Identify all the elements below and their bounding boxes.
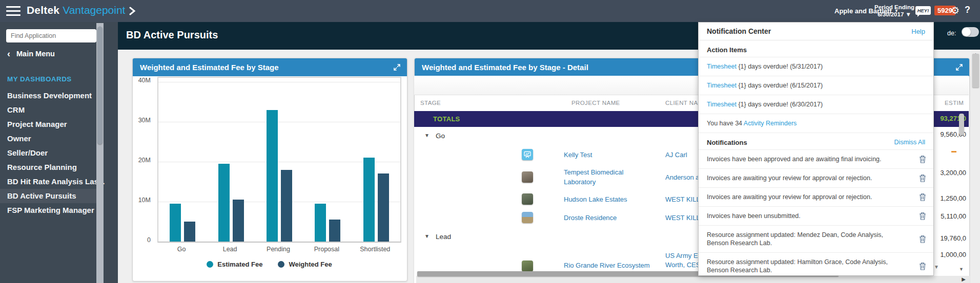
period-label: Period Ending <box>874 4 915 11</box>
main-menu-back-button[interactable]: ‹Main Menu <box>7 49 55 59</box>
dismiss-all-link[interactable]: Dismiss All <box>894 139 925 146</box>
sidebar-item-seller-doer[interactable]: Seller/Doer <box>0 146 104 160</box>
estimated-fee-swatch <box>207 261 213 268</box>
sidebar-item-owner[interactable]: Owner <box>0 132 104 146</box>
timesheet-link[interactable]: Timesheet <box>707 82 737 89</box>
legend-estimated-fee[interactable]: Estimated Fee <box>207 260 262 268</box>
period-ending-selector[interactable]: Period Ending 6/30/2017 ▼ <box>874 4 915 18</box>
legend-weighted-fee[interactable]: Weighted Fee <box>278 260 332 268</box>
weighted-fee-bar-proposal <box>329 220 340 242</box>
detail-panel-title: Weighted and Estimated Fee by Stage - De… <box>422 63 588 72</box>
delete-notification-icon[interactable] <box>919 235 926 243</box>
vantagepoint-app: DeltekVantagepoint Apple and Bartlett▼ P… <box>0 0 980 283</box>
notification-item: Invoices are awaiting your review for ap… <box>699 168 933 187</box>
x-axis-tick-shortlisted: Shortlisted <box>352 246 398 253</box>
estimated-fee-bar-proposal <box>315 204 326 242</box>
x-axis-tick-go: Go <box>158 246 205 253</box>
project-link[interactable]: Hudson Lake Estates <box>564 195 627 203</box>
breadcrumb-chevron-icon[interactable] <box>129 7 136 15</box>
app-logo: DeltekVantagepoint <box>27 4 125 16</box>
collapse-triangle-icon[interactable]: ▼ <box>424 233 430 239</box>
top-navigation-bar: DeltekVantagepoint Apple and Bartlett▼ P… <box>0 0 980 22</box>
edit-mode-label: de: <box>947 30 956 37</box>
expand-icon[interactable] <box>955 63 963 71</box>
notification-center-header: Notification Center Help <box>699 23 933 40</box>
y-axis-tick: 10M <box>128 197 151 204</box>
activity-reminders-link[interactable]: Activity Reminders <box>744 120 797 127</box>
notification-center-title: Notification Center <box>707 27 771 35</box>
settings-gear-icon[interactable]: ⚙ <box>951 5 959 16</box>
project-link[interactable]: Droste Residence <box>564 214 617 222</box>
action-item-activity-reminders: You have 34 Activity Reminders <box>699 114 933 133</box>
notification-item: Invoices are awaiting your review for ap… <box>699 187 933 206</box>
weighted-fee-bar-shortlisted <box>378 173 389 242</box>
sidebar-item-crm[interactable]: CRM <box>0 103 104 117</box>
horizontal-scrollbar[interactable]: ▶ <box>416 276 970 283</box>
client-link[interactable]: Anderson a <box>665 173 700 181</box>
y-axis-tick: 20M <box>128 157 151 164</box>
edit-mode-toggle[interactable] <box>962 27 979 37</box>
estimated-fee-bar-shortlisted <box>363 158 375 242</box>
notification-item: Resource assignment updated: Mendez Dean… <box>699 225 933 252</box>
column-header-estimated[interactable]: ESTIM <box>945 100 964 106</box>
column-header-client-name[interactable]: CLIENT NAM <box>665 100 703 106</box>
scroll-down-icon[interactable]: ▼ <box>959 267 964 272</box>
client-link[interactable]: AJ Carl <box>665 150 687 158</box>
sidebar-item-resource-planning[interactable]: Resource Planning <box>0 160 104 175</box>
client-link[interactable]: WEST KILL <box>665 195 700 203</box>
project-thumbnail-photo <box>522 260 533 272</box>
project-thumbnail-photo <box>522 171 533 183</box>
notification-center-panel: Notification Center Help Action Items Ti… <box>698 22 934 276</box>
stage-group-label: Lead <box>436 233 451 241</box>
estimated-fee-bar-go <box>170 204 181 242</box>
timesheet-link[interactable]: Timesheet <box>707 101 737 108</box>
delete-notification-icon[interactable] <box>919 155 926 163</box>
action-items-heading: Action Items <box>699 40 933 57</box>
stage-group-label: Go <box>436 132 445 140</box>
estimated-fee-bar-lead <box>218 164 230 242</box>
weighted-fee-bar-go <box>184 222 195 242</box>
brand-deltek: Deltek <box>27 4 59 16</box>
sidebar-item-fsp-marketing-manager[interactable]: FSP Marketing Manager <box>0 203 104 217</box>
chart-panel-header: Weighted and Estimated Fee by Stage <box>133 58 407 76</box>
sidebar-item-bd-active-pursuits[interactable]: BD Active Pursuits <box>0 189 104 203</box>
sidebar-scrollbar[interactable]: ▲ <box>96 23 104 283</box>
scroll-right-icon[interactable]: ▶ <box>962 276 966 282</box>
toggle-knob <box>962 28 971 36</box>
find-application-input[interactable] <box>6 29 96 42</box>
brand-product: Vantagepoint <box>63 4 125 16</box>
column-header-project-name[interactable]: PROJECT NAME <box>571 100 620 106</box>
gridline <box>158 82 400 82</box>
timesheet-link[interactable]: Timesheet <box>707 63 737 70</box>
scroll-down-icon[interactable]: ▼ <box>934 264 939 270</box>
chart-panel-title: Weighted and Estimated Fee by Stage <box>140 63 279 72</box>
delete-notification-icon[interactable] <box>919 212 926 220</box>
action-item-timesheet-1: Timesheet {1} days overdue! (5/31/2017) <box>699 57 933 76</box>
project-thumbnail-photo <box>522 212 533 223</box>
sidebar-item-project-manager[interactable]: Project Manager <box>0 117 104 132</box>
table-vertical-scrollbar[interactable]: ▲ ▼ <box>958 112 965 276</box>
sidebar-item-business-development[interactable]: Business Development <box>0 89 104 103</box>
scrollbar-thumb[interactable] <box>972 54 979 88</box>
dashboard-list: Business Development CRM Project Manager… <box>0 89 104 217</box>
project-link[interactable]: Tempest Biomedical Laboratory <box>564 168 623 186</box>
scrollbar-thumb[interactable] <box>959 114 964 135</box>
collapse-triangle-icon[interactable]: ▼ <box>424 133 430 138</box>
page-vertical-scrollbar[interactable]: ▲ <box>971 50 980 283</box>
client-link[interactable]: WEST KILL <box>665 214 700 222</box>
project-link[interactable]: Kelly Test <box>564 150 592 158</box>
scrollbar-thumb[interactable] <box>97 27 103 144</box>
delete-notification-icon[interactable] <box>919 174 926 182</box>
column-header-stage[interactable]: STAGE <box>420 100 441 106</box>
hamburger-menu-icon[interactable] <box>6 6 21 16</box>
sidebar-item-bd-hit-rate[interactable]: BD Hit Rate Analysis Las... <box>0 175 104 189</box>
page-title: BD Active Pursuits <box>126 29 218 41</box>
delete-notification-icon[interactable] <box>919 193 926 201</box>
delete-notification-icon[interactable] <box>919 262 926 270</box>
help-icon[interactable]: ? <box>965 5 970 15</box>
totals-label: TOTALS <box>433 115 460 123</box>
bar-chart-plot-area <box>157 77 401 243</box>
hey-notification-badge[interactable]: HEY! <box>915 6 931 15</box>
help-link[interactable]: Help <box>911 28 925 35</box>
expand-icon[interactable] <box>393 63 401 71</box>
